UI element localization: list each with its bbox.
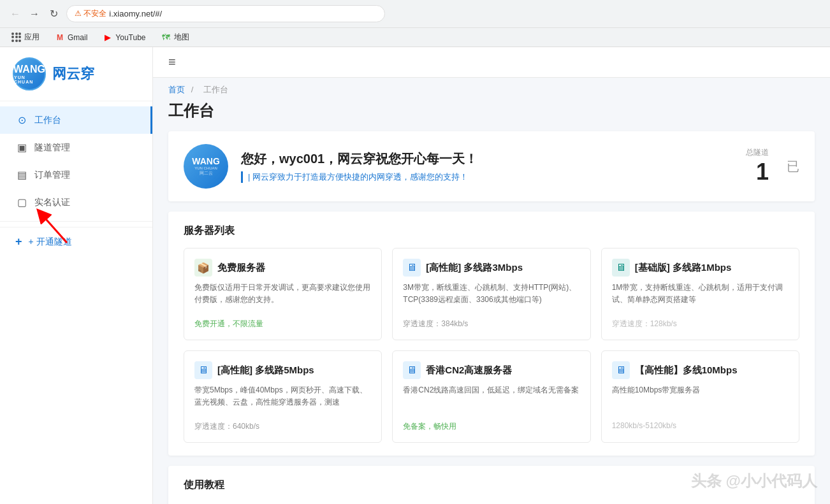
sidebar-item-tunnel-label: 隧道管理 — [34, 142, 70, 154]
back-button[interactable]: ← — [8, 6, 23, 22]
url-text: i.xiaomy.net/#/ — [109, 9, 162, 18]
breadcrumb-home[interactable]: 首页 — [168, 85, 185, 94]
card-desc-5: 高性能10Mbps带宽服务器 — [612, 384, 789, 416]
nav-buttons: ← → ↻ — [8, 6, 61, 22]
welcome-banner: WANG YUN CHUAN 网二云 您好，wyc001，网云穿祝您开心每一天！… — [168, 131, 815, 201]
open-tunnel-button[interactable]: + + 开通隧道 — [0, 227, 152, 256]
card-desc-1: 3M带宽，断线重连、心跳机制、支持HTTP(网站)、TCP(3389远程桌面、3… — [403, 282, 579, 313]
sidebar-item-order[interactable]: ▤ 订单管理 — [0, 161, 152, 189]
card-speed-4: 免备案，畅快用 — [403, 421, 579, 432]
stats-value: 1 — [756, 158, 769, 185]
card-icon-0: 📦 — [194, 259, 212, 277]
sidebar: WANG YUN CHUAN 网云穿 ⊙ 工作台 ▣ 隧道管理 ▤ 订单管理 ▢… — [0, 47, 153, 504]
menu-icon[interactable]: ≡ — [168, 55, 176, 69]
server-card-5[interactable]: 🖥 【高性能】多线10Mbps 高性能10Mbps带宽服务器 1280kb/s-… — [601, 350, 799, 443]
tunnel-icon: ▣ — [15, 141, 28, 154]
server-grid: 📦 免费服务器 免费版仅适用于日常开发调试，更高要求建议您使用付费版，感谢您的支… — [184, 248, 799, 443]
banner-logo: WANG YUN CHUAN 网二云 — [184, 144, 228, 189]
card-icon-3: 🖥 — [194, 361, 212, 379]
bookmarks-bar: 应用 M Gmail ▶ YouTube 🗺 地图 — [0, 27, 830, 47]
card-icon-5: 🖥 — [612, 361, 630, 379]
open-tunnel-wrapper: + + 开通隧道 — [0, 227, 152, 256]
server-list-section: 服务器列表 📦 免费服务器 免费版仅适用于日常开发调试，更高要求建议您使用付费版… — [168, 212, 815, 456]
card-name-2: [基础版] 多线路1Mbps — [635, 262, 732, 274]
logo-circle: WANG YUN CHUAN — [13, 57, 46, 90]
banner-description: | 网云穿致力于打造最方便快捷的内网穿透，感谢您的支持！ — [241, 171, 733, 183]
server-card-3[interactable]: 🖥 [高性能] 多线路5Mbps 带宽5Mbps，峰值40Mbps，网页秒开、高… — [184, 350, 382, 443]
card-header-2: 🖥 [基础版] 多线路1Mbps — [612, 259, 789, 277]
open-tunnel-label: + 开通隧道 — [29, 236, 72, 248]
sidebar-item-verify[interactable]: ▢ 实名认证 — [0, 189, 152, 216]
sidebar-item-order-label: 订单管理 — [34, 169, 70, 181]
card-header-0: 📦 免费服务器 — [194, 259, 371, 277]
sidebar-item-tunnel[interactable]: ▣ 隧道管理 — [0, 134, 152, 161]
bookmark-gmail-label: Gmail — [68, 33, 87, 42]
card-header-4: 🖥 香港CN2高速服务器 — [403, 361, 579, 379]
logo-subtitle: YUN CHUAN — [14, 75, 45, 84]
page-title: 工作台 — [153, 98, 830, 131]
bookmark-apps[interactable]: 应用 — [8, 31, 43, 44]
bookmark-youtube-label: YouTube — [115, 33, 145, 42]
app-container: WANG YUN CHUAN 网云穿 ⊙ 工作台 ▣ 隧道管理 ▤ 订单管理 ▢… — [0, 47, 830, 504]
tutorial-title: 使用教程 — [184, 479, 799, 492]
bookmark-maps-label: 地图 — [174, 32, 189, 43]
banner-text: 您好，wyc001，网云穿祝您开心每一天！ | 网云穿致力于打造最方便快捷的内网… — [241, 150, 733, 183]
browser-toolbar: ← → ↻ ⚠ 不安全 i.xiaomy.net/#/ — [0, 0, 830, 27]
sidebar-nav: ⊙ 工作台 ▣ 隧道管理 ▤ 订单管理 ▢ 实名认证 — [0, 101, 152, 504]
stats-label2: 已 — [787, 158, 799, 175]
card-desc-3: 带宽5Mbps，峰值40Mbps，网页秒开、高速下载、蓝光视频、云盘，高性能穿透… — [194, 384, 371, 416]
forward-button[interactable]: → — [27, 6, 42, 22]
bookmark-youtube[interactable]: ▶ YouTube — [99, 31, 149, 44]
card-name-5: 【高性能】多线10Mbps — [635, 364, 738, 377]
stats-label: 总隧道 — [746, 147, 769, 158]
breadcrumb-separator: / — [191, 85, 194, 94]
tutorial-section: 使用教程 — [168, 466, 815, 504]
card-icon-4: 🖥 — [403, 361, 421, 379]
youtube-icon: ▶ — [103, 32, 113, 43]
card-desc-4: 香港CN2线路高速回国，低延迟，绑定域名无需备案 — [403, 384, 579, 416]
security-warning: ⚠ 不安全 — [75, 8, 106, 19]
order-icon: ▤ — [15, 169, 28, 181]
bookmark-maps[interactable]: 🗺 地图 — [157, 31, 193, 44]
banner-greeting: 您好，wyc001，网云穿祝您开心每一天！ — [241, 150, 733, 168]
browser-chrome: ← → ↻ ⚠ 不安全 i.xiaomy.net/#/ 应用 M Gmail ▶ — [0, 0, 830, 47]
verify-icon: ▢ — [15, 196, 28, 208]
card-speed-5: 1280kb/s-5120kb/s — [612, 421, 789, 430]
card-speed-0: 免费开通，不限流量 — [194, 319, 371, 329]
main-content: ≡ 首页 / 工作台 工作台 WANG YUN CHUAN 网二云 您好，wyc… — [153, 47, 830, 504]
card-name-1: [高性能] 多线路3Mbps — [426, 262, 523, 274]
server-card-4[interactable]: 🖥 香港CN2高速服务器 香港CN2线路高速回国，低延迟，绑定域名无需备案 免备… — [392, 350, 590, 443]
logo-wang: WANG — [13, 64, 45, 75]
card-header-5: 🖥 【高性能】多线10Mbps — [612, 361, 789, 379]
server-card-0[interactable]: 📦 免费服务器 免费版仅适用于日常开发调试，更高要求建议您使用付费版，感谢您的支… — [184, 248, 382, 340]
server-card-1[interactable]: 🖥 [高性能] 多线路3Mbps 3M带宽，断线重连、心跳机制、支持HTTP(网… — [392, 248, 590, 340]
card-speed-1: 穿透速度：384kb/s — [403, 319, 579, 329]
refresh-button[interactable]: ↻ — [46, 6, 61, 22]
card-icon-1: 🖥 — [403, 259, 421, 277]
breadcrumb: 首页 / 工作台 — [153, 78, 830, 98]
plus-icon: + — [15, 235, 22, 248]
server-section-title: 服务器列表 — [184, 224, 799, 238]
card-speed-2: 穿透速度：128kb/s — [612, 319, 789, 329]
bookmark-apps-label: 应用 — [24, 32, 40, 43]
card-name-0: 免费服务器 — [217, 262, 265, 274]
sidebar-logo: WANG YUN CHUAN 网云穿 — [0, 47, 152, 101]
card-name-4: 香港CN2高速服务器 — [426, 364, 512, 377]
brand-name: 网云穿 — [52, 64, 94, 83]
card-desc-2: 1M带宽，支持断线重连、心跳机制，适用于支付调试、简单静态网页搭建等 — [612, 282, 789, 313]
bookmark-gmail[interactable]: M Gmail — [51, 31, 91, 44]
address-bar[interactable]: ⚠ 不安全 i.xiaomy.net/#/ — [66, 5, 385, 22]
card-header-1: 🖥 [高性能] 多线路3Mbps — [403, 259, 579, 277]
breadcrumb-current: 工作台 — [203, 85, 228, 94]
gmail-icon: M — [55, 32, 65, 43]
banner-stats: 总隧道 1 — [746, 147, 769, 185]
card-desc-0: 免费版仅适用于日常开发调试，更高要求建议您使用付费版，感谢您的支持。 — [194, 282, 371, 313]
apps-icon — [11, 32, 22, 43]
card-name-3: [高性能] 多线路5Mbps — [217, 364, 314, 377]
card-header-3: 🖥 [高性能] 多线路5Mbps — [194, 361, 371, 379]
sidebar-item-workbench-label: 工作台 — [34, 115, 61, 126]
sidebar-item-verify-label: 实名认证 — [34, 197, 70, 208]
server-card-2[interactable]: 🖥 [基础版] 多线路1Mbps 1M带宽，支持断线重连、心跳机制，适用于支付调… — [601, 248, 799, 340]
sidebar-item-workbench[interactable]: ⊙ 工作台 — [0, 106, 152, 134]
card-icon-2: 🖥 — [612, 259, 630, 277]
